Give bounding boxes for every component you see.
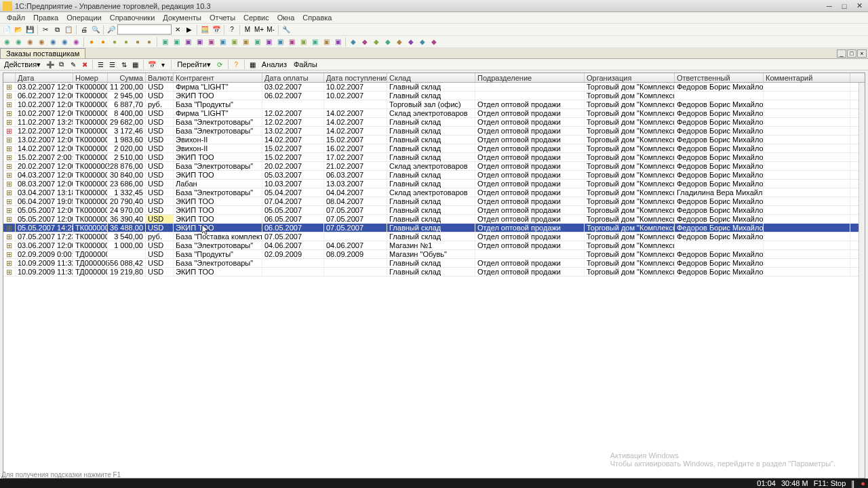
menu-операции[interactable]: Операции: [62, 14, 105, 22]
tb2-28-icon[interactable]: ▣: [321, 37, 332, 47]
search-go-icon[interactable]: ▶: [184, 24, 195, 35]
tb2-8-icon[interactable]: ●: [86, 37, 97, 47]
table-row[interactable]: ⊞06.04.2007 19:05:01ТК00000001120 790,40…: [3, 197, 865, 206]
tb2-3-icon[interactable]: ◉: [24, 37, 35, 47]
rec-record-icon[interactable]: ●: [861, 479, 865, 487]
table-row[interactable]: ⊞10.09.2009 11:32:15ТД00000002556 088,42…: [3, 259, 865, 268]
table-row[interactable]: ⊞04.03.2007 12:00:00ТК00000000930 840,00…: [3, 171, 865, 180]
menu-справочники[interactable]: Справочники: [106, 14, 159, 22]
tb2-35-icon[interactable]: ◆: [406, 37, 416, 47]
period-icon[interactable]: 📅: [146, 60, 157, 70]
tb2-17-icon[interactable]: ▣: [194, 37, 205, 47]
filter-icon[interactable]: ☰: [96, 60, 106, 70]
table-row[interactable]: ⊞03.06.2007 12:00:01ТК0000000201 000,00U…: [3, 241, 865, 250]
table-row[interactable]: ⊞02.09.2009 0:00:00ТД00000001USDБаза "Пр…: [3, 250, 865, 259]
tb2-24-icon[interactable]: ▣: [275, 37, 285, 47]
menu-документы[interactable]: Документы: [159, 14, 205, 22]
table-row[interactable]: ⊞08.03.2007 12:00:00ТК00000001023 686,00…: [3, 180, 865, 188]
actions-dropdown[interactable]: Действия ▾: [1, 60, 43, 70]
menu-окна[interactable]: Окна: [273, 14, 299, 22]
search-input[interactable]: [117, 24, 172, 35]
tb2-19-icon[interactable]: ▣: [217, 37, 228, 47]
minimize-button[interactable]: ─: [823, 1, 835, 11]
tb2-33-icon[interactable]: ◆: [382, 37, 393, 47]
col-payment-date[interactable]: Дата оплаты: [262, 73, 324, 82]
tb2-27-icon[interactable]: ▣: [309, 37, 320, 47]
tb2-10-icon[interactable]: ●: [109, 37, 120, 47]
refresh-icon[interactable]: ⟳: [215, 60, 225, 70]
rec-pause-icon[interactable]: ‖: [851, 479, 855, 488]
col-sum[interactable]: Сумма: [108, 73, 146, 82]
open-icon[interactable]: 📂: [13, 24, 24, 35]
table-row[interactable]: ⊞10.09.2009 11:32:17ТД0000000319 219,80U…: [3, 268, 865, 277]
tb2-5-icon[interactable]: ◉: [47, 37, 58, 47]
table-row[interactable]: ⊞05.05.2007 12:00:00ТК00000001336 390,40…: [3, 215, 865, 224]
maximize-button[interactable]: □: [838, 1, 850, 11]
table-row[interactable]: ⊞03.04.2007 13:18:36ТК0000000181 332,45U…: [3, 188, 865, 197]
doc-minimize-button[interactable]: _: [837, 49, 846, 58]
table-row[interactable]: ⊞13.02.2007 12:00:00ТК0000000051 983,60U…: [3, 136, 865, 144]
print-icon[interactable]: 🖨: [79, 24, 90, 35]
col-comment[interactable]: Комментарий: [764, 73, 850, 82]
edit-icon[interactable]: ✎: [68, 60, 78, 70]
col-division[interactable]: Подразделение: [475, 73, 585, 82]
tb2-2-icon[interactable]: ◉: [13, 37, 24, 47]
tb2-6-icon[interactable]: ◉: [59, 37, 70, 47]
tb2-21-icon[interactable]: ▣: [240, 37, 251, 47]
tb2-22-icon[interactable]: ▣: [252, 37, 262, 47]
copy-doc-icon[interactable]: ⧉: [56, 60, 66, 70]
doc-close-button[interactable]: ×: [857, 49, 867, 58]
table-row[interactable]: ⊞10.02.2007 12:00:00ТК0000000016 887,70р…: [3, 100, 865, 109]
save-icon[interactable]: 💾: [24, 24, 35, 35]
goto-dropdown[interactable]: Перейти ▾: [174, 60, 214, 70]
analysis-button[interactable]: Анализ: [259, 60, 290, 70]
tb2-29-icon[interactable]: ▣: [332, 37, 343, 47]
col-responsible[interactable]: Ответственный: [675, 73, 764, 82]
col-date[interactable]: Дата: [16, 73, 73, 82]
tb2-1-icon[interactable]: ◉: [1, 37, 12, 47]
filter2-icon[interactable]: ☰: [107, 60, 117, 70]
tb2-31-icon[interactable]: ◆: [359, 37, 370, 47]
tb2-14-icon[interactable]: ▣: [159, 37, 170, 47]
menu-сервис[interactable]: Сервис: [239, 14, 273, 22]
col-number[interactable]: Номер: [73, 73, 108, 82]
doc-maximize-button[interactable]: □: [847, 49, 856, 58]
m-minus-icon[interactable]: M-: [265, 24, 276, 35]
m-plus-icon[interactable]: M+: [254, 24, 264, 35]
table-row[interactable]: ⊞12.02.2007 12:00:00ТК0000000043 172,46U…: [3, 127, 865, 136]
cut-icon[interactable]: ✂: [40, 24, 51, 35]
sort-icon[interactable]: ⇅: [119, 60, 129, 70]
col-warehouse[interactable]: Склад: [387, 73, 475, 82]
delete-icon[interactable]: ✖: [79, 60, 90, 70]
tb2-23-icon[interactable]: ▣: [263, 37, 274, 47]
copy-icon[interactable]: ⧉: [52, 24, 62, 35]
structure-icon[interactable]: ▦: [248, 60, 258, 70]
menu-справка[interactable]: Справка: [298, 14, 336, 22]
tb2-15-icon[interactable]: ▣: [171, 37, 182, 47]
table-row[interactable]: ⊞05.05.2007 12:00:00ТК00000001224 970,00…: [3, 206, 865, 215]
tb2-13-icon[interactable]: ●: [144, 37, 155, 47]
grid-body[interactable]: ⊞03.02.2007 12:00:00ТК00000001511 200,00…: [3, 83, 865, 478]
rec-stop[interactable]: F11: Stop: [814, 479, 846, 487]
tb2-34-icon[interactable]: ◆: [394, 37, 405, 47]
close-button[interactable]: ✕: [853, 1, 865, 11]
table-row[interactable]: ⊞11.02.2007 13:25:26ТК00000000329 682,00…: [3, 118, 865, 127]
table-row[interactable]: ⊞05.05.2007 14:28:15ТК00000001436 488,00…: [3, 224, 865, 232]
tb2-12-icon[interactable]: ●: [132, 37, 143, 47]
col-receipt-date[interactable]: Дата поступления: [324, 73, 387, 82]
table-row[interactable]: ⊞20.02.2007 12:00:00ТК000000008228 876,0…: [3, 162, 865, 171]
period2-icon[interactable]: ▾: [158, 60, 168, 70]
tb2-26-icon[interactable]: ▣: [298, 37, 309, 47]
add-icon[interactable]: ➕: [45, 60, 55, 70]
tb2-25-icon[interactable]: ▣: [286, 37, 297, 47]
tb2-32-icon[interactable]: ◆: [371, 37, 382, 47]
new-icon[interactable]: 📄: [1, 24, 12, 35]
menu-правка[interactable]: Правка: [29, 14, 62, 22]
menu-отчеты[interactable]: Отчеты: [205, 14, 239, 22]
table-row[interactable]: ⊞14.02.2007 12:00:00ТК0000000062 020,00U…: [3, 144, 865, 153]
find-icon[interactable]: 🔎: [106, 24, 117, 35]
form-help-icon[interactable]: ?: [231, 60, 241, 70]
tb2-18-icon[interactable]: ▣: [205, 37, 216, 47]
tb2-4-icon[interactable]: ◉: [36, 37, 47, 47]
table-row[interactable]: ⊞10.02.2007 12:00:00ТК0000000028 400,00U…: [3, 109, 865, 118]
